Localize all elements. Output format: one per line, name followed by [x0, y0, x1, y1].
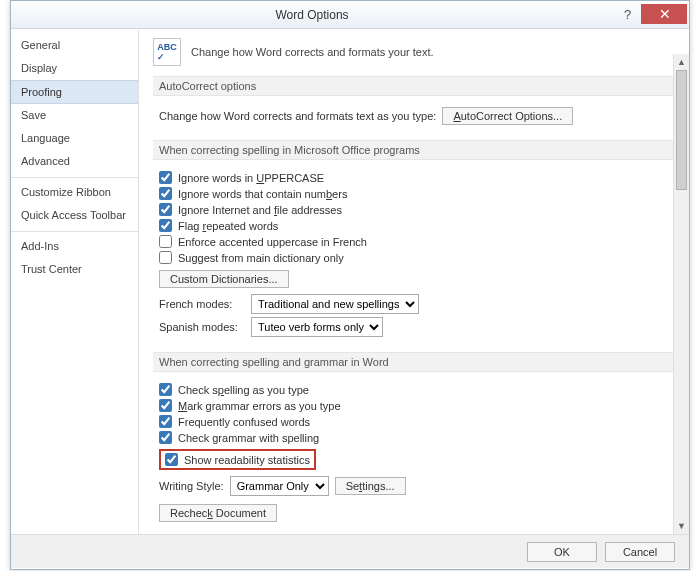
- scroll-thumb[interactable]: [676, 70, 687, 190]
- section-office-title: When correcting spelling in Microsoft Of…: [153, 140, 675, 160]
- checkbox-ignore-numbers[interactable]: Ignore words that contain numbers: [159, 187, 347, 200]
- checkbox-frequently-confused[interactable]: Frequently confused words: [159, 415, 310, 428]
- sidebar-item-display[interactable]: Display: [11, 57, 138, 80]
- checkbox-mark-grammar-type[interactable]: Mark grammar errors as you type: [159, 399, 341, 412]
- recheck-document-button[interactable]: Recheck Document: [159, 504, 277, 522]
- settings-button[interactable]: Settings...: [335, 477, 406, 495]
- ok-button[interactable]: OK: [527, 542, 597, 562]
- dialog-body: General Display Proofing Save Language A…: [11, 29, 689, 534]
- cancel-button[interactable]: Cancel: [605, 542, 675, 562]
- window-title: Word Options: [11, 8, 613, 22]
- sidebar-item-quick-access[interactable]: Quick Access Toolbar: [11, 204, 138, 227]
- spanish-modes-select[interactable]: Tuteo verb forms only: [251, 317, 383, 337]
- help-button[interactable]: ?: [613, 4, 641, 26]
- checkbox-check-spelling-type[interactable]: Check spelling as you type: [159, 383, 309, 396]
- checkbox-ignore-internet[interactable]: Ignore Internet and file addresses: [159, 203, 342, 216]
- sidebar: General Display Proofing Save Language A…: [11, 30, 139, 534]
- close-button[interactable]: ✕: [641, 4, 687, 24]
- sidebar-item-language[interactable]: Language: [11, 127, 138, 150]
- scroll-up-icon[interactable]: ▲: [674, 54, 689, 70]
- checkbox-flag-repeated[interactable]: Flag repeated words: [159, 219, 278, 232]
- intro-row: ABC✓ Change how Word corrects and format…: [153, 38, 675, 66]
- checkbox-show-readability[interactable]: Show readability statistics: [165, 453, 310, 466]
- spanish-modes-label: Spanish modes:: [159, 321, 245, 333]
- sidebar-item-addins[interactable]: Add-Ins: [11, 231, 138, 258]
- main-panel: ABC✓ Change how Word corrects and format…: [139, 30, 689, 534]
- writing-style-label: Writing Style:: [159, 480, 224, 492]
- dialog-footer: OK Cancel: [11, 534, 689, 568]
- sidebar-item-trust-center[interactable]: Trust Center: [11, 258, 138, 281]
- sidebar-item-general[interactable]: General: [11, 34, 138, 57]
- sidebar-item-proofing[interactable]: Proofing: [11, 80, 138, 104]
- custom-dictionaries-button[interactable]: Custom Dictionaries...: [159, 270, 289, 288]
- checkbox-check-grammar-spelling[interactable]: Check grammar with spelling: [159, 431, 319, 444]
- vertical-scrollbar[interactable]: ▲ ▼: [673, 54, 689, 534]
- intro-text: Change how Word corrects and formats you…: [191, 46, 434, 58]
- sidebar-item-save[interactable]: Save: [11, 104, 138, 127]
- sidebar-item-advanced[interactable]: Advanced: [11, 150, 138, 173]
- sidebar-item-customize-ribbon[interactable]: Customize Ribbon: [11, 177, 138, 204]
- highlight-readability: Show readability statistics: [159, 449, 316, 470]
- checkbox-suggest-main-dict[interactable]: Suggest from main dictionary only: [159, 251, 344, 264]
- writing-style-select[interactable]: Grammar Only: [230, 476, 329, 496]
- french-modes-select[interactable]: Traditional and new spellings: [251, 294, 419, 314]
- proofing-icon: ABC✓: [153, 38, 181, 66]
- section-autocorrect-title: AutoCorrect options: [153, 76, 675, 96]
- word-options-dialog: Word Options ? ✕ General Display Proofin…: [10, 0, 690, 570]
- titlebar: Word Options ? ✕: [11, 1, 689, 29]
- checkbox-ignore-uppercase[interactable]: Ignore words in UPPERCASE: [159, 171, 324, 184]
- section-word-title: When correcting spelling and grammar in …: [153, 352, 675, 372]
- window-controls: ? ✕: [613, 4, 689, 26]
- scroll-down-icon[interactable]: ▼: [674, 518, 689, 534]
- autocorrect-desc: Change how Word corrects and formats tex…: [159, 110, 436, 122]
- checkbox-enforce-accented[interactable]: Enforce accented uppercase in French: [159, 235, 367, 248]
- autocorrect-options-button[interactable]: AutoCorrect Options...: [442, 107, 573, 125]
- french-modes-label: French modes:: [159, 298, 245, 310]
